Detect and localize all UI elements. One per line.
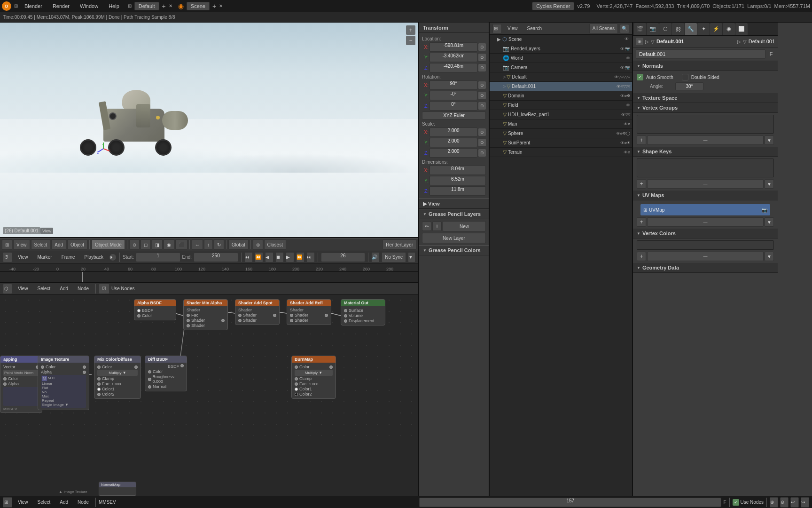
current-frame-display[interactable]: 26 xyxy=(321,253,366,262)
editor-type-icon[interactable]: ⊞ xyxy=(2,239,12,250)
timeline-editor-icon[interactable]: ⏱ xyxy=(3,252,12,262)
node-dot[interactable] xyxy=(187,319,190,322)
use-nodes-checkbox[interactable]: ✓ Use Nodes xyxy=(733,499,764,506)
sk-remove-btn[interactable]: ▼ xyxy=(765,179,774,189)
vc-remove-btn[interactable]: ▼ xyxy=(765,252,774,261)
snap-selector[interactable]: Closest xyxy=(264,239,286,250)
dim-z-input[interactable]: 11.8m xyxy=(429,186,486,196)
keyframe-back[interactable]: ⏪ xyxy=(255,252,263,262)
node-dot[interactable] xyxy=(41,365,44,369)
menu-file[interactable]: Blender xyxy=(21,2,46,10)
field-eye[interactable]: 👁 xyxy=(626,103,630,108)
node-dot[interactable] xyxy=(148,378,151,381)
rl-icon2[interactable]: 📷 xyxy=(625,47,630,51)
outliner-item-world[interactable]: 🌐 World 👁 xyxy=(490,54,632,63)
vertex-colors-header[interactable]: Vertex Colors xyxy=(633,229,778,238)
hdu-eye[interactable]: 👁 xyxy=(621,112,625,117)
render-layer-selector[interactable]: RenderLayer xyxy=(383,239,416,250)
bottom-node[interactable]: Node xyxy=(74,499,93,506)
sunparent-eye[interactable]: 👁 xyxy=(620,141,625,145)
node-canvas[interactable]: Alpha BSDF BSDF Color Shader Mix Alpha S… xyxy=(0,294,418,496)
outliner-item-hdu[interactable]: ▽ HDU_lowRez_part1 👁 ▽ ▽ xyxy=(490,110,632,119)
shape-keys-header[interactable]: Shape Keys xyxy=(633,147,778,157)
view-menu[interactable]: View xyxy=(13,239,30,250)
node-dot[interactable] xyxy=(187,314,190,317)
euler-selector[interactable]: XYZ Euler xyxy=(422,111,486,119)
gp-new-layer-button[interactable]: New Layer xyxy=(422,233,486,243)
gp-new-button[interactable]: New xyxy=(443,221,486,231)
location-z-icon[interactable]: ⊙ xyxy=(478,64,486,71)
engine-selector[interactable]: Cycles Render xyxy=(532,2,574,10)
select-menu[interactable]: Select xyxy=(31,239,51,250)
play-back[interactable]: ◀ xyxy=(265,252,273,262)
node-dot[interactable] xyxy=(137,309,141,312)
scale-y-input[interactable]: 2.000 xyxy=(429,138,477,147)
uv-map-render[interactable]: 📷 xyxy=(762,207,767,213)
node-dot-out[interactable] xyxy=(180,364,184,367)
auto-smooth-checkbox[interactable]: ✓ xyxy=(637,74,643,80)
node-dot-out[interactable] xyxy=(325,314,328,317)
scale-x-icon[interactable]: ⊙ xyxy=(478,128,486,136)
node-material-out[interactable]: Material Out Surface Volume Displacement xyxy=(341,299,385,325)
node-shader-add-spot[interactable]: Shader Add Spot Shader Shader Shader xyxy=(235,299,280,325)
bottom-editor-icon[interactable]: ⊞ xyxy=(3,497,12,508)
end-frame[interactable]: 250 xyxy=(194,253,238,262)
location-y-input[interactable]: -3.4062km xyxy=(429,53,477,62)
frame-menu[interactable]: Frame xyxy=(58,254,79,261)
node-dot-out[interactable] xyxy=(83,365,86,369)
node-dot[interactable] xyxy=(290,314,293,317)
scene-eye-icon[interactable]: 👁 xyxy=(625,37,630,42)
uv-maps-header[interactable]: UV Maps xyxy=(633,190,778,200)
outliner-item-man[interactable]: ▽ Man 👁 ⌀ xyxy=(490,119,632,129)
node-dot[interactable] xyxy=(295,382,298,386)
outliner-item-field[interactable]: ▽ Field 👁 xyxy=(490,101,632,110)
use-nodes-toggle[interactable]: ☑ xyxy=(99,284,109,294)
view-perspective[interactable]: ⊙ xyxy=(129,239,140,250)
props-tab-texture[interactable]: ⬜ xyxy=(735,23,748,35)
node-dot[interactable] xyxy=(3,382,7,386)
rotation-z-input[interactable]: 0° xyxy=(429,101,477,111)
bottom-icon4[interactable]: ↪ xyxy=(801,497,809,508)
rotation-z-icon[interactable]: ⊙ xyxy=(478,102,486,110)
workspace-close[interactable]: ✕ xyxy=(169,3,172,8)
location-y-icon[interactable]: ⊙ xyxy=(478,54,486,61)
outliner-search-btn[interactable]: 🔍 xyxy=(620,24,629,33)
node-dot[interactable] xyxy=(97,388,101,391)
vertex-groups-header[interactable]: Vertex Groups xyxy=(633,103,778,113)
zoom-in[interactable]: + xyxy=(406,25,415,35)
outliner-search[interactable]: Search xyxy=(523,25,546,32)
node-shader-mix-alpha[interactable]: Shader Mix Alpha Shader Fac Shader Shade… xyxy=(183,299,228,330)
node-shader-add-refl[interactable]: Shader Add Refl Shader Shader Shader xyxy=(287,299,331,325)
location-x-input[interactable]: -598.81m xyxy=(429,42,477,52)
outliner-item-domain[interactable]: ▽ Domain 👁 ⌀ ⚙ xyxy=(490,91,632,101)
outliner-item-default001[interactable]: ▷ ▽ Default.001 👁 ▽ ▽ ▽ ▽ xyxy=(490,82,632,91)
node-dot[interactable] xyxy=(344,314,347,318)
vg-add-btn[interactable]: + xyxy=(637,135,646,145)
viewport-shading-1[interactable]: ◻ xyxy=(141,239,151,250)
outliner-view-menu[interactable]: View xyxy=(504,25,522,32)
rotation-y-input[interactable]: -0° xyxy=(429,91,477,100)
bottom-select[interactable]: Select xyxy=(34,499,55,506)
anim-toggle[interactable]: ⏵ xyxy=(109,254,117,261)
outliner-item-default[interactable]: ▷ ▽ Default 👁 ▽ ▽ ▽ ▽ ▽ xyxy=(490,72,632,82)
scale-x-input[interactable]: 2.000 xyxy=(429,127,477,137)
view-menu-tl[interactable]: View xyxy=(14,254,32,261)
start-frame[interactable]: 1 xyxy=(136,253,180,262)
frame-step-back[interactable]: ⏮ xyxy=(244,252,253,262)
outliner-item-sunparent[interactable]: ▽ SunParent 👁 ⌀ ☀ xyxy=(490,138,632,148)
node-dot[interactable] xyxy=(290,319,293,322)
node-dot[interactable] xyxy=(295,393,298,396)
props-tab-constraints[interactable]: ⛓ xyxy=(672,23,684,35)
node-dot[interactable] xyxy=(3,377,7,381)
menu-render[interactable]: Render xyxy=(49,2,73,10)
scale-z-input[interactable]: 2.000 xyxy=(429,148,477,158)
camera-eye[interactable]: 👁 xyxy=(620,65,625,70)
node-dot-out[interactable] xyxy=(329,365,333,369)
playback-menu[interactable]: Playback xyxy=(81,254,108,261)
rotation-x-icon[interactable]: ⊙ xyxy=(478,81,486,89)
props-tab-physics[interactable]: ⚡ xyxy=(710,23,722,35)
location-z-input[interactable]: -420.48m xyxy=(429,63,477,72)
bottom-icon3[interactable]: ↩ xyxy=(790,497,799,508)
dim-x-input[interactable]: 8.04m xyxy=(429,166,486,175)
node-diff-bsdf[interactable]: Diff BSDF BSDF Color Roughness: 0.000 No… xyxy=(145,356,187,391)
